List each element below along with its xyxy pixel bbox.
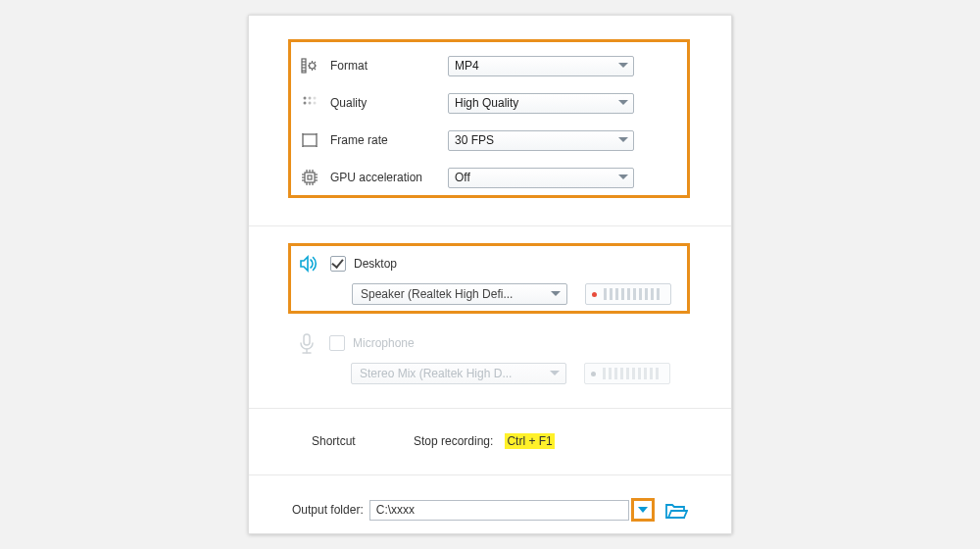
svg-point-6 (304, 97, 307, 100)
quality-dots-icon (301, 94, 318, 112)
microphone-audio-meter (584, 363, 670, 384)
shortcut-row: Shortcut Stop recording: Ctrl + F1 (312, 433, 555, 449)
svg-point-7 (309, 97, 312, 100)
stop-recording-shortcut: Ctrl + F1 (505, 433, 554, 449)
format-dropdown[interactable]: MP4 (448, 56, 634, 76)
quality-value: High Quality (455, 96, 518, 110)
framerate-value: 30 FPS (455, 133, 494, 147)
browse-folder-button[interactable] (664, 501, 686, 519)
chevron-down-icon (638, 507, 648, 513)
chip-icon (301, 169, 318, 186)
chevron-down-icon (551, 291, 561, 296)
chevron-down-icon (618, 137, 628, 142)
gpu-value: Off (455, 171, 470, 184)
svg-point-8 (314, 97, 317, 100)
gpu-dropdown[interactable]: Off (448, 168, 634, 188)
chevron-down-icon (550, 371, 560, 375)
desktop-audio-checkbox[interactable] (330, 256, 346, 272)
format-label: Format (330, 59, 448, 73)
framerate-label: Frame rate (330, 133, 448, 147)
shortcut-section-label: Shortcut (312, 434, 414, 448)
desktop-audio-label: Desktop (354, 257, 397, 271)
quality-dropdown[interactable]: High Quality (448, 93, 634, 114)
quality-label: Quality (330, 96, 448, 110)
svg-point-10 (309, 102, 312, 105)
divider (249, 408, 731, 409)
output-folder-input[interactable] (369, 500, 629, 521)
record-dot-icon (591, 372, 596, 376)
desktop-device-value: Speaker (Realtek High Defi... (361, 287, 513, 301)
microphone-label: Microphone (353, 336, 415, 350)
format-value: MP4 (455, 59, 479, 73)
svg-rect-18 (308, 175, 312, 179)
microphone-checkbox[interactable] (329, 335, 345, 351)
svg-point-9 (304, 102, 307, 105)
stop-recording-label: Stop recording: (414, 434, 493, 448)
divider (249, 474, 731, 475)
output-folder-row: Output folder: (292, 496, 704, 524)
microphone-device-value: Stereo Mix (Realtek High D... (360, 367, 512, 380)
filmstrip-gear-icon (301, 57, 318, 75)
chevron-down-icon (618, 100, 628, 105)
desktop-audio-group: Desktop Speaker (Realtek High Defi... (288, 243, 690, 314)
microphone-icon (298, 333, 316, 358)
video-settings-group: Format MP4 Quality High Quality (288, 39, 690, 198)
gpu-label: GPU acceleration (330, 171, 448, 184)
desktop-audio-meter (585, 283, 671, 305)
desktop-device-dropdown[interactable]: Speaker (Realtek High Defi... (352, 283, 567, 305)
svg-rect-17 (305, 173, 315, 182)
record-dot-icon (592, 292, 597, 297)
settings-panel: Format MP4 Quality High Quality (248, 15, 732, 534)
svg-point-11 (314, 102, 317, 105)
microphone-device-dropdown[interactable]: Stereo Mix (Realtek High D... (351, 363, 566, 384)
frame-icon (301, 131, 318, 149)
chevron-down-icon (618, 175, 628, 179)
svg-rect-12 (303, 134, 317, 146)
output-folder-label: Output folder: (292, 503, 364, 517)
divider (249, 225, 731, 226)
speaker-icon (299, 254, 320, 276)
chevron-down-icon (618, 63, 628, 68)
framerate-dropdown[interactable]: 30 FPS (448, 130, 634, 151)
svg-rect-31 (304, 334, 310, 345)
output-folder-history-dropdown[interactable] (631, 498, 655, 522)
